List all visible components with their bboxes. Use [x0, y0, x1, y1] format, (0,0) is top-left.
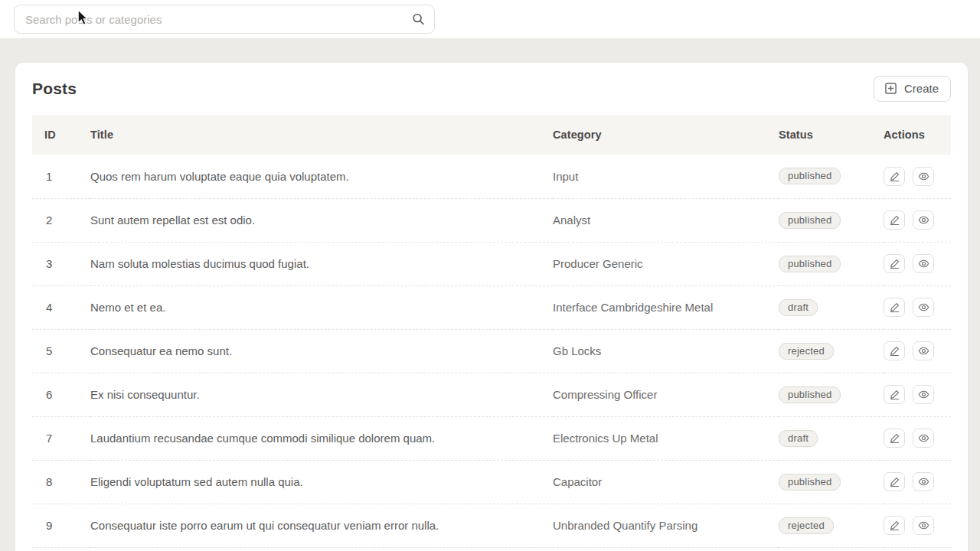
create-button[interactable]: Create	[874, 76, 951, 102]
cell-title: Consequatur ea nemo sunt.	[90, 329, 553, 373]
status-badge: published	[779, 212, 841, 229]
table-row: 2 Sunt autem repellat est est odio. Anal…	[32, 198, 951, 242]
cell-title: Eligendi voluptatum sed autem nulla quia…	[90, 460, 553, 504]
eye-icon	[918, 258, 929, 269]
cell-title: Nam soluta molestias ducimus quod fugiat…	[90, 242, 553, 285]
plus-square-icon	[884, 82, 897, 95]
pencil-icon	[889, 389, 900, 400]
cell-title: Laudantium recusandae cumque commodi sim…	[90, 416, 553, 460]
column-header-category: Category	[553, 115, 779, 155]
cell-actions	[884, 373, 951, 416]
edit-button[interactable]	[884, 210, 905, 230]
eye-icon	[918, 432, 929, 444]
cell-actions	[884, 285, 951, 329]
pencil-icon	[889, 476, 900, 487]
cell-category: Analyst	[553, 198, 779, 242]
status-badge: rejected	[779, 517, 834, 534]
pencil-icon	[889, 214, 900, 226]
table-row: 6 Ex nisi consequuntur. Compressing Offi…	[32, 373, 951, 416]
view-button[interactable]	[913, 429, 934, 448]
posts-card: Posts Create ID Title Category Status Ac…	[15, 63, 968, 551]
cell-title: Consequatur iste porro earum ut qui cons…	[90, 504, 553, 547]
status-badge: published	[779, 386, 841, 403]
eye-icon	[918, 302, 929, 313]
pencil-icon	[889, 520, 900, 531]
cell-actions	[884, 329, 951, 373]
view-button[interactable]	[913, 385, 934, 404]
cell-category: Unbranded Quantify Parsing	[553, 504, 779, 547]
view-button[interactable]	[913, 472, 934, 491]
view-button[interactable]	[913, 516, 934, 535]
pencil-icon	[889, 258, 900, 269]
create-button-label: Create	[904, 82, 939, 95]
edit-button[interactable]	[884, 298, 905, 317]
cell-status: published	[779, 155, 884, 198]
cell-id: 1	[32, 155, 90, 198]
cell-actions	[884, 242, 951, 285]
table-row: 3 Nam soluta molestias ducimus quod fugi…	[32, 242, 951, 285]
pencil-icon	[889, 302, 900, 313]
cell-id: 4	[32, 285, 90, 329]
search-icon[interactable]	[412, 13, 425, 26]
search-wrap	[14, 5, 435, 34]
cell-title: Nemo et et ea.	[90, 285, 553, 329]
cell-category: Gb Locks	[553, 329, 779, 373]
status-badge: draft	[779, 430, 818, 447]
edit-button[interactable]	[884, 516, 905, 535]
cell-status: published	[779, 198, 884, 242]
cell-status: published	[779, 242, 884, 285]
cell-status: rejected	[779, 504, 884, 547]
view-button[interactable]	[913, 298, 934, 317]
cell-category: Interface Cambridgeshire Metal	[553, 285, 779, 329]
view-button[interactable]	[913, 210, 934, 230]
pencil-icon	[889, 345, 900, 357]
cell-actions	[884, 460, 951, 504]
cell-title: Quos rem harum voluptate eaque quia volu…	[90, 155, 553, 198]
search-input[interactable]	[14, 5, 435, 34]
eye-icon	[918, 476, 929, 487]
view-button[interactable]	[913, 341, 934, 360]
card-header: Posts Create	[32, 63, 951, 115]
eye-icon	[918, 389, 929, 400]
edit-button[interactable]	[884, 341, 905, 360]
view-button[interactable]	[913, 167, 934, 186]
column-header-status: Status	[779, 115, 884, 155]
table-row: 7 Laudantium recusandae cumque commodi s…	[32, 416, 951, 460]
eye-icon	[918, 171, 929, 182]
cell-title: Sunt autem repellat est est odio.	[90, 198, 553, 242]
cell-id: 3	[32, 242, 90, 285]
cell-id: 6	[32, 373, 90, 416]
cell-actions	[884, 416, 951, 460]
cell-actions	[884, 198, 951, 242]
cell-status: draft	[779, 416, 884, 460]
status-badge: published	[779, 256, 841, 272]
cell-category: Input	[553, 155, 779, 198]
edit-button[interactable]	[884, 429, 905, 448]
status-badge: published	[779, 474, 841, 491]
cell-actions	[884, 155, 951, 198]
cell-id: 9	[32, 504, 90, 547]
cell-status: published	[779, 460, 884, 504]
table-row: 5 Consequatur ea nemo sunt. Gb Locks rej…	[32, 329, 951, 373]
table-header-row: ID Title Category Status Actions	[32, 115, 951, 155]
edit-button[interactable]	[884, 167, 905, 186]
column-header-actions: Actions	[884, 115, 951, 155]
cell-id: 2	[32, 198, 90, 242]
edit-button[interactable]	[884, 254, 905, 273]
edit-button[interactable]	[884, 472, 905, 491]
table-row: 9 Consequatur iste porro earum ut qui co…	[32, 504, 951, 547]
cell-category: Producer Generic	[553, 242, 779, 285]
view-button[interactable]	[913, 254, 934, 273]
topbar	[0, 0, 980, 38]
cell-actions	[884, 504, 951, 547]
pencil-icon	[889, 171, 900, 182]
edit-button[interactable]	[884, 385, 905, 404]
cell-status: draft	[779, 285, 884, 329]
cell-id: 7	[32, 416, 90, 460]
cell-status: published	[779, 373, 884, 416]
eye-icon	[918, 520, 929, 531]
posts-table: ID Title Category Status Actions 1 Quos …	[32, 115, 951, 548]
cell-category: Capacitor	[553, 460, 779, 504]
cell-id: 8	[32, 460, 90, 504]
cell-category: Electronics Up Metal	[553, 416, 779, 460]
